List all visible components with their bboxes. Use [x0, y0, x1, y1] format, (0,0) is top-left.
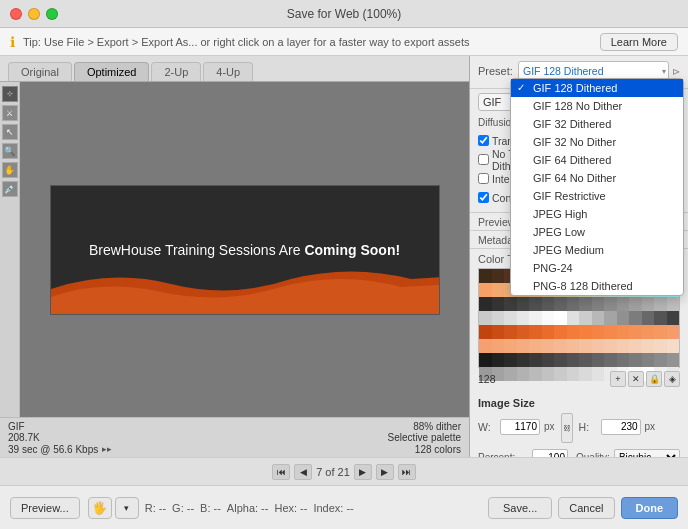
color-cell[interactable] [579, 353, 592, 367]
color-cell[interactable] [604, 339, 617, 353]
color-cell[interactable] [579, 339, 592, 353]
color-cell[interactable] [517, 325, 530, 339]
save-button[interactable]: Save... [488, 497, 552, 519]
color-cell[interactable] [579, 367, 592, 381]
color-cell[interactable] [479, 339, 492, 353]
color-cell[interactable] [592, 311, 605, 325]
preset-item-jpeg-low[interactable]: JPEG Low [511, 223, 683, 241]
color-cell[interactable] [604, 311, 617, 325]
color-cell[interactable] [642, 339, 655, 353]
interlaced-checkbox[interactable] [478, 173, 489, 184]
color-cell[interactable] [667, 339, 680, 353]
color-cell[interactable] [642, 297, 655, 311]
color-cell[interactable] [642, 353, 655, 367]
width-input[interactable] [500, 419, 540, 435]
color-cell[interactable] [529, 297, 542, 311]
pin-right-icon[interactable]: ⊳ [672, 66, 680, 77]
color-delete-button[interactable]: ✕ [628, 371, 644, 387]
color-cell[interactable] [492, 339, 505, 353]
tab-original[interactable]: Original [8, 62, 72, 81]
tab-4up[interactable]: 4-Up [203, 62, 253, 81]
color-cell[interactable] [554, 311, 567, 325]
color-cell[interactable] [554, 353, 567, 367]
color-cell[interactable] [667, 311, 680, 325]
color-cell[interactable] [567, 325, 580, 339]
color-cell[interactable] [542, 339, 555, 353]
color-cell[interactable] [504, 297, 517, 311]
color-cell[interactable] [604, 297, 617, 311]
toggle-button[interactable]: ▾ [115, 497, 139, 519]
color-cell[interactable] [504, 367, 517, 381]
learn-more-button[interactable]: Learn More [600, 33, 678, 51]
preset-item-gif64-dithered[interactable]: GIF 64 Dithered [511, 151, 683, 169]
preset-item-gif128-nodither[interactable]: GIF 128 No Dither [511, 97, 683, 115]
link-dimensions-button[interactable]: ⛓ [561, 413, 573, 443]
color-cell[interactable] [529, 339, 542, 353]
color-cell[interactable] [629, 297, 642, 311]
color-cell[interactable] [567, 367, 580, 381]
transparency-checkbox[interactable] [478, 135, 489, 146]
color-cell[interactable] [617, 353, 630, 367]
eyedropper-icon[interactable]: 🖐 [88, 497, 112, 519]
minimize-button[interactable] [28, 8, 40, 20]
color-cell[interactable] [504, 311, 517, 325]
tool-zoom[interactable]: 🔍 [2, 143, 18, 159]
color-cell[interactable] [617, 339, 630, 353]
color-cell[interactable] [529, 367, 542, 381]
color-cell[interactable] [654, 339, 667, 353]
nav-first-button[interactable]: ⏮ [272, 464, 290, 480]
tool-select[interactable]: ↖ [2, 124, 18, 140]
color-cell[interactable] [579, 297, 592, 311]
color-cell[interactable] [517, 367, 530, 381]
color-cell[interactable] [629, 311, 642, 325]
color-cell[interactable] [592, 297, 605, 311]
color-cell[interactable] [504, 339, 517, 353]
color-cell[interactable] [667, 297, 680, 311]
color-new-button[interactable]: + [610, 371, 626, 387]
color-cell[interactable] [642, 311, 655, 325]
preset-item-gif-restrictive[interactable]: GIF Restrictive [511, 187, 683, 205]
color-cell[interactable] [567, 297, 580, 311]
color-cell[interactable] [654, 297, 667, 311]
color-cell[interactable] [654, 325, 667, 339]
color-cell[interactable] [617, 311, 630, 325]
color-cell[interactable] [592, 367, 605, 381]
tool-slice[interactable]: ⚔ [2, 105, 18, 121]
color-cell[interactable] [604, 353, 617, 367]
color-web-button[interactable]: ◈ [664, 371, 680, 387]
color-cell[interactable] [492, 269, 505, 283]
color-cell[interactable] [579, 325, 592, 339]
color-cell[interactable] [629, 325, 642, 339]
percent-input[interactable] [532, 449, 568, 457]
color-cell[interactable] [567, 353, 580, 367]
color-cell[interactable] [492, 311, 505, 325]
color-cell[interactable] [492, 325, 505, 339]
color-cell[interactable] [654, 353, 667, 367]
color-cell[interactable] [554, 297, 567, 311]
no-transparency-checkbox[interactable] [478, 154, 489, 165]
color-cell[interactable] [517, 297, 530, 311]
color-cell[interactable] [629, 353, 642, 367]
tab-optimized[interactable]: Optimized [74, 62, 150, 81]
maximize-button[interactable] [46, 8, 58, 20]
color-cell[interactable] [529, 311, 542, 325]
preset-item-png8-128-dithered[interactable]: PNG-8 128 Dithered [511, 277, 683, 295]
close-button[interactable] [10, 8, 22, 20]
color-cell[interactable] [604, 325, 617, 339]
color-cell[interactable] [479, 325, 492, 339]
color-cell[interactable] [554, 339, 567, 353]
convert-srgb-checkbox[interactable] [478, 192, 489, 203]
color-cell[interactable] [479, 311, 492, 325]
color-cell[interactable] [479, 297, 492, 311]
color-cell[interactable] [504, 325, 517, 339]
nav-last-button[interactable]: ⏭ [398, 464, 416, 480]
tool-hand[interactable]: ✋ [2, 162, 18, 178]
color-lock-button[interactable]: 🔒 [646, 371, 662, 387]
tool-eyedropper[interactable]: 💉 [2, 181, 18, 197]
color-cell[interactable] [492, 353, 505, 367]
color-cell[interactable] [592, 353, 605, 367]
color-cell[interactable] [504, 353, 517, 367]
nav-next-button[interactable]: ▶ [376, 464, 394, 480]
color-cell[interactable] [517, 339, 530, 353]
color-cell[interactable] [629, 339, 642, 353]
